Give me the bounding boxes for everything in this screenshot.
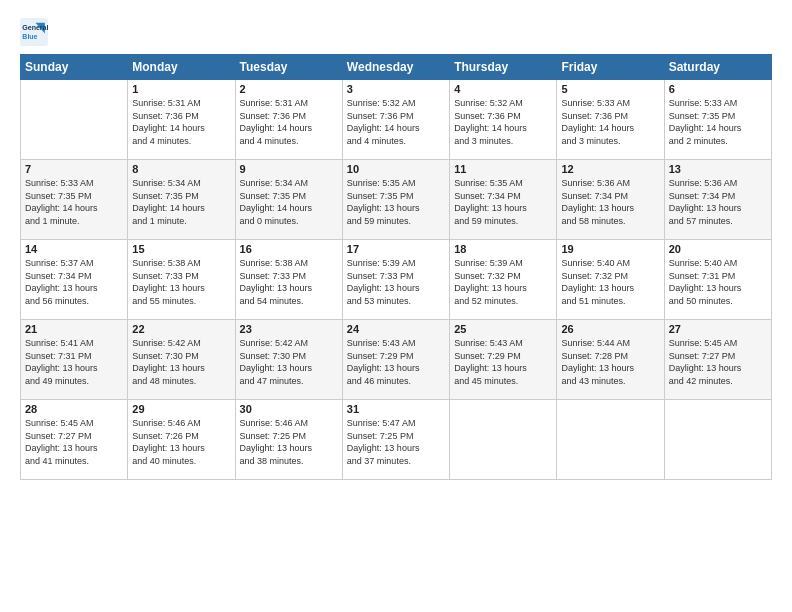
cell-content: Sunrise: 5:35 AM Sunset: 7:35 PM Dayligh… (347, 177, 445, 227)
week-row-5: 28Sunrise: 5:45 AM Sunset: 7:27 PM Dayli… (21, 400, 772, 480)
cell-content: Sunrise: 5:46 AM Sunset: 7:25 PM Dayligh… (240, 417, 338, 467)
calendar-cell: 31Sunrise: 5:47 AM Sunset: 7:25 PM Dayli… (342, 400, 449, 480)
calendar-cell: 10Sunrise: 5:35 AM Sunset: 7:35 PM Dayli… (342, 160, 449, 240)
header-row: SundayMondayTuesdayWednesdayThursdayFrid… (21, 55, 772, 80)
day-number: 4 (454, 83, 552, 95)
day-number: 15 (132, 243, 230, 255)
week-row-4: 21Sunrise: 5:41 AM Sunset: 7:31 PM Dayli… (21, 320, 772, 400)
day-number: 6 (669, 83, 767, 95)
day-number: 12 (561, 163, 659, 175)
day-number: 18 (454, 243, 552, 255)
logo-icon: General Blue (20, 18, 48, 46)
calendar-cell: 14Sunrise: 5:37 AM Sunset: 7:34 PM Dayli… (21, 240, 128, 320)
calendar-cell (664, 400, 771, 480)
cell-content: Sunrise: 5:40 AM Sunset: 7:31 PM Dayligh… (669, 257, 767, 307)
calendar-cell (450, 400, 557, 480)
cell-content: Sunrise: 5:34 AM Sunset: 7:35 PM Dayligh… (240, 177, 338, 227)
cell-content: Sunrise: 5:36 AM Sunset: 7:34 PM Dayligh… (561, 177, 659, 227)
calendar-cell: 7Sunrise: 5:33 AM Sunset: 7:35 PM Daylig… (21, 160, 128, 240)
cell-content: Sunrise: 5:40 AM Sunset: 7:32 PM Dayligh… (561, 257, 659, 307)
cell-content: Sunrise: 5:43 AM Sunset: 7:29 PM Dayligh… (454, 337, 552, 387)
calendar-cell: 13Sunrise: 5:36 AM Sunset: 7:34 PM Dayli… (664, 160, 771, 240)
cell-content: Sunrise: 5:33 AM Sunset: 7:35 PM Dayligh… (25, 177, 123, 227)
day-number: 1 (132, 83, 230, 95)
calendar-cell: 21Sunrise: 5:41 AM Sunset: 7:31 PM Dayli… (21, 320, 128, 400)
calendar-cell: 25Sunrise: 5:43 AM Sunset: 7:29 PM Dayli… (450, 320, 557, 400)
day-number: 3 (347, 83, 445, 95)
calendar-cell: 15Sunrise: 5:38 AM Sunset: 7:33 PM Dayli… (128, 240, 235, 320)
header-cell-tuesday: Tuesday (235, 55, 342, 80)
calendar-body: 1Sunrise: 5:31 AM Sunset: 7:36 PM Daylig… (21, 80, 772, 480)
day-number: 17 (347, 243, 445, 255)
logo: General Blue (20, 18, 52, 46)
calendar-cell: 28Sunrise: 5:45 AM Sunset: 7:27 PM Dayli… (21, 400, 128, 480)
day-number: 31 (347, 403, 445, 415)
calendar-cell: 30Sunrise: 5:46 AM Sunset: 7:25 PM Dayli… (235, 400, 342, 480)
cell-content: Sunrise: 5:38 AM Sunset: 7:33 PM Dayligh… (132, 257, 230, 307)
calendar-cell: 12Sunrise: 5:36 AM Sunset: 7:34 PM Dayli… (557, 160, 664, 240)
day-number: 2 (240, 83, 338, 95)
day-number: 9 (240, 163, 338, 175)
day-number: 8 (132, 163, 230, 175)
cell-content: Sunrise: 5:35 AM Sunset: 7:34 PM Dayligh… (454, 177, 552, 227)
calendar-cell: 23Sunrise: 5:42 AM Sunset: 7:30 PM Dayli… (235, 320, 342, 400)
day-number: 14 (25, 243, 123, 255)
calendar-cell: 27Sunrise: 5:45 AM Sunset: 7:27 PM Dayli… (664, 320, 771, 400)
week-row-1: 1Sunrise: 5:31 AM Sunset: 7:36 PM Daylig… (21, 80, 772, 160)
calendar-cell: 20Sunrise: 5:40 AM Sunset: 7:31 PM Dayli… (664, 240, 771, 320)
header-cell-wednesday: Wednesday (342, 55, 449, 80)
day-number: 28 (25, 403, 123, 415)
calendar-header: SundayMondayTuesdayWednesdayThursdayFrid… (21, 55, 772, 80)
calendar-cell: 19Sunrise: 5:40 AM Sunset: 7:32 PM Dayli… (557, 240, 664, 320)
calendar-cell (557, 400, 664, 480)
cell-content: Sunrise: 5:38 AM Sunset: 7:33 PM Dayligh… (240, 257, 338, 307)
calendar-cell: 8Sunrise: 5:34 AM Sunset: 7:35 PM Daylig… (128, 160, 235, 240)
cell-content: Sunrise: 5:31 AM Sunset: 7:36 PM Dayligh… (132, 97, 230, 147)
day-number: 22 (132, 323, 230, 335)
cell-content: Sunrise: 5:39 AM Sunset: 7:33 PM Dayligh… (347, 257, 445, 307)
day-number: 26 (561, 323, 659, 335)
day-number: 25 (454, 323, 552, 335)
header-cell-thursday: Thursday (450, 55, 557, 80)
day-number: 11 (454, 163, 552, 175)
day-number: 24 (347, 323, 445, 335)
day-number: 10 (347, 163, 445, 175)
header-cell-sunday: Sunday (21, 55, 128, 80)
header-cell-friday: Friday (557, 55, 664, 80)
calendar-cell: 16Sunrise: 5:38 AM Sunset: 7:33 PM Dayli… (235, 240, 342, 320)
svg-text:Blue: Blue (22, 33, 37, 40)
header: General Blue (20, 18, 772, 46)
calendar-cell: 4Sunrise: 5:32 AM Sunset: 7:36 PM Daylig… (450, 80, 557, 160)
header-cell-monday: Monday (128, 55, 235, 80)
calendar-table: SundayMondayTuesdayWednesdayThursdayFrid… (20, 54, 772, 480)
calendar-cell: 18Sunrise: 5:39 AM Sunset: 7:32 PM Dayli… (450, 240, 557, 320)
week-row-3: 14Sunrise: 5:37 AM Sunset: 7:34 PM Dayli… (21, 240, 772, 320)
cell-content: Sunrise: 5:42 AM Sunset: 7:30 PM Dayligh… (240, 337, 338, 387)
calendar-cell: 5Sunrise: 5:33 AM Sunset: 7:36 PM Daylig… (557, 80, 664, 160)
cell-content: Sunrise: 5:42 AM Sunset: 7:30 PM Dayligh… (132, 337, 230, 387)
day-number: 16 (240, 243, 338, 255)
cell-content: Sunrise: 5:43 AM Sunset: 7:29 PM Dayligh… (347, 337, 445, 387)
week-row-2: 7Sunrise: 5:33 AM Sunset: 7:35 PM Daylig… (21, 160, 772, 240)
header-cell-saturday: Saturday (664, 55, 771, 80)
cell-content: Sunrise: 5:45 AM Sunset: 7:27 PM Dayligh… (669, 337, 767, 387)
calendar-cell: 17Sunrise: 5:39 AM Sunset: 7:33 PM Dayli… (342, 240, 449, 320)
calendar-cell: 22Sunrise: 5:42 AM Sunset: 7:30 PM Dayli… (128, 320, 235, 400)
cell-content: Sunrise: 5:46 AM Sunset: 7:26 PM Dayligh… (132, 417, 230, 467)
calendar-cell (21, 80, 128, 160)
calendar-cell: 11Sunrise: 5:35 AM Sunset: 7:34 PM Dayli… (450, 160, 557, 240)
cell-content: Sunrise: 5:34 AM Sunset: 7:35 PM Dayligh… (132, 177, 230, 227)
calendar-cell: 2Sunrise: 5:31 AM Sunset: 7:36 PM Daylig… (235, 80, 342, 160)
calendar-cell: 26Sunrise: 5:44 AM Sunset: 7:28 PM Dayli… (557, 320, 664, 400)
page: General Blue SundayMondayTuesdayWednesda… (0, 0, 792, 612)
cell-content: Sunrise: 5:32 AM Sunset: 7:36 PM Dayligh… (454, 97, 552, 147)
day-number: 5 (561, 83, 659, 95)
calendar-cell: 9Sunrise: 5:34 AM Sunset: 7:35 PM Daylig… (235, 160, 342, 240)
cell-content: Sunrise: 5:47 AM Sunset: 7:25 PM Dayligh… (347, 417, 445, 467)
day-number: 27 (669, 323, 767, 335)
cell-content: Sunrise: 5:32 AM Sunset: 7:36 PM Dayligh… (347, 97, 445, 147)
day-number: 19 (561, 243, 659, 255)
cell-content: Sunrise: 5:33 AM Sunset: 7:36 PM Dayligh… (561, 97, 659, 147)
day-number: 30 (240, 403, 338, 415)
cell-content: Sunrise: 5:45 AM Sunset: 7:27 PM Dayligh… (25, 417, 123, 467)
